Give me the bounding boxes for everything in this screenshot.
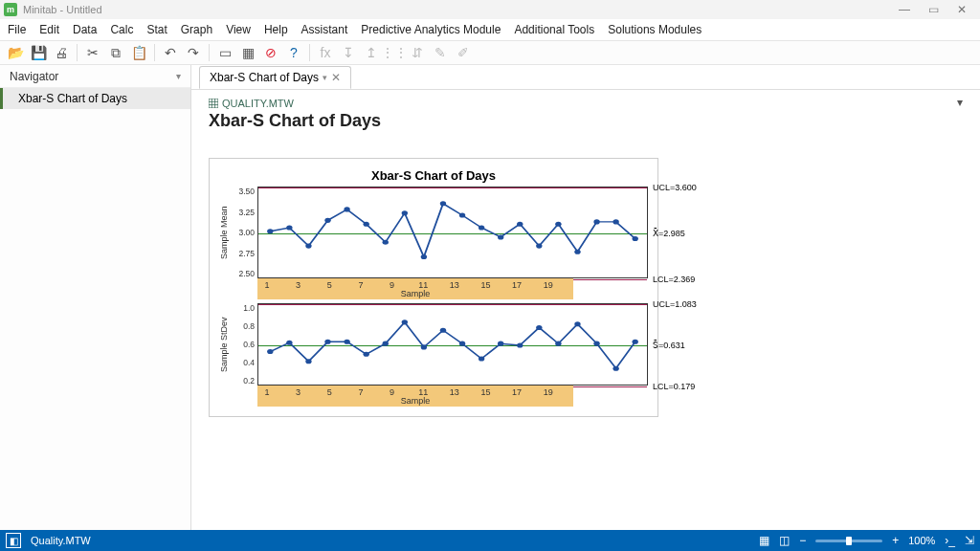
print-icon[interactable]: 🖨: [52, 43, 71, 62]
app-icon: m: [4, 3, 17, 16]
svg-point-44: [632, 340, 637, 344]
menu-data[interactable]: Data: [73, 23, 97, 36]
svg-point-8: [324, 218, 330, 223]
svg-point-35: [459, 342, 465, 346]
tab-label: Xbar-S Chart of Days: [210, 71, 319, 84]
y-axis-ticks: 1.00.80.60.40.2: [233, 303, 257, 386]
x-axis-label: Sample: [401, 396, 431, 406]
menu-assistant[interactable]: Assistant: [301, 23, 348, 36]
lcl-label: LCL=0.179: [653, 382, 695, 391]
document-pane: QUALITY.MTW Xbar-S Chart of Days ▾ Xbar-…: [191, 90, 980, 530]
navigator-title: Navigator: [10, 70, 58, 83]
svg-point-34: [440, 328, 446, 333]
svg-point-13: [421, 254, 427, 259]
data-grid-icon[interactable]: ▦: [759, 534, 769, 547]
menu-edit[interactable]: Edit: [39, 23, 59, 36]
fx-icon[interactable]: fx: [316, 43, 335, 62]
svg-point-16: [479, 225, 484, 230]
x-axis: 135791113151719Sample: [257, 278, 573, 299]
series-line: [258, 304, 647, 385]
zoom-slider[interactable]: [815, 540, 882, 542]
svg-point-24: [632, 236, 637, 241]
x-axis-label: Sample: [401, 289, 431, 298]
save-icon[interactable]: 💾: [29, 43, 48, 62]
svg-point-36: [479, 356, 484, 361]
zoom-in-icon[interactable]: +: [892, 534, 899, 547]
brush-icon[interactable]: ✐: [454, 43, 473, 62]
new-window-icon[interactable]: ▭: [215, 43, 234, 62]
status-bar: ◧ Quality.MTW ▦ ◫ − + 100% ›_ ⇲: [0, 530, 980, 551]
paste-icon[interactable]: 📋: [129, 43, 148, 62]
menu-graph[interactable]: Graph: [181, 23, 212, 36]
svg-point-38: [517, 342, 523, 347]
sort-icon[interactable]: ⇵: [408, 43, 427, 62]
navigator-header: Navigator ▾: [0, 65, 190, 88]
window-title: Minitab - Untitled: [23, 4, 102, 15]
worksheet-toggle-icon[interactable]: ◧: [6, 533, 21, 548]
stats-icon[interactable]: ▦: [238, 43, 257, 62]
chart-card: Xbar-S Chart of Days Sample Mean3.503.25…: [209, 158, 658, 417]
menu-stat[interactable]: Stat: [146, 23, 167, 36]
minimize-button[interactable]: —: [890, 3, 919, 16]
menu-calc[interactable]: Calc: [110, 23, 133, 36]
ucl-label: UCL=3.600: [653, 183, 697, 192]
help-icon[interactable]: ?: [284, 43, 303, 62]
menu-file[interactable]: File: [8, 23, 26, 36]
svg-point-27: [305, 359, 311, 364]
output-dropdown-icon[interactable]: ▾: [957, 96, 963, 109]
zoom-out-icon[interactable]: −: [799, 534, 806, 547]
copy-icon[interactable]: ⧉: [106, 43, 125, 62]
svg-point-32: [402, 320, 408, 324]
svg-point-39: [536, 325, 542, 330]
separator: [309, 44, 310, 61]
menu-help[interactable]: Help: [264, 23, 288, 36]
ascending-icon[interactable]: ↧: [339, 43, 358, 62]
tab-xbar-s-chart[interactable]: Xbar-S Chart of Days ▾ ✕: [199, 66, 351, 89]
menu-predictive-analytics-module[interactable]: Predictive Analytics Module: [361, 23, 501, 36]
redo-icon[interactable]: ↷: [184, 43, 203, 62]
menu-bar: FileEditDataCalcStatGraphViewHelpAssista…: [0, 19, 980, 40]
worksheet-name: Quality.MTW: [31, 535, 91, 546]
svg-point-10: [363, 222, 368, 227]
descending-icon[interactable]: ↥: [362, 43, 381, 62]
cut-icon[interactable]: ✂: [83, 43, 102, 62]
svg-point-18: [517, 222, 523, 227]
file-label[interactable]: QUALITY.MTW: [209, 98, 963, 109]
navigator-item-0[interactable]: Xbar-S Chart of Days: [0, 88, 190, 109]
svg-point-5: [267, 229, 273, 233]
terminal-icon[interactable]: ›_: [945, 534, 955, 547]
open-icon[interactable]: 📂: [6, 43, 25, 62]
svg-point-7: [305, 244, 311, 249]
svg-point-25: [267, 349, 273, 354]
navigator-collapse-icon[interactable]: ▾: [176, 71, 181, 81]
center-label: X̄=2.985: [653, 229, 685, 238]
undo-icon[interactable]: ↶: [161, 43, 180, 62]
cancel-icon[interactable]: ⊘: [261, 43, 280, 62]
maximize-button[interactable]: ▭: [919, 3, 947, 16]
layout-icon[interactable]: ◫: [779, 534, 790, 547]
scroll-icon[interactable]: ⇲: [965, 534, 974, 547]
separator: [154, 44, 155, 61]
worksheet-icon: [209, 99, 218, 108]
svg-point-15: [459, 212, 465, 217]
svg-rect-0: [209, 99, 218, 108]
menu-solutions-modules[interactable]: Solutions Modules: [608, 23, 702, 36]
close-icon[interactable]: ✕: [331, 71, 341, 84]
svg-point-37: [498, 342, 503, 346]
separator: [209, 44, 210, 61]
separator: [77, 44, 78, 61]
svg-point-6: [286, 225, 292, 230]
plot-area: UCL=1.083S̄=0.631LCL=0.179: [257, 303, 648, 386]
svg-point-21: [574, 250, 580, 254]
menu-view[interactable]: View: [226, 23, 251, 36]
chevron-down-icon[interactable]: ▾: [323, 73, 327, 82]
highlight-icon[interactable]: ✎: [431, 43, 450, 62]
series-line: [258, 187, 647, 277]
menu-additional-tools[interactable]: Additional Tools: [514, 23, 594, 36]
y-axis-ticks: 3.503.253.002.752.50: [233, 187, 257, 278]
center-label: S̄=0.631: [653, 341, 685, 350]
close-button[interactable]: ✕: [947, 3, 976, 16]
filter-icon[interactable]: ⋮⋮: [385, 43, 404, 62]
svg-point-28: [324, 340, 330, 344]
svg-point-30: [363, 352, 368, 357]
